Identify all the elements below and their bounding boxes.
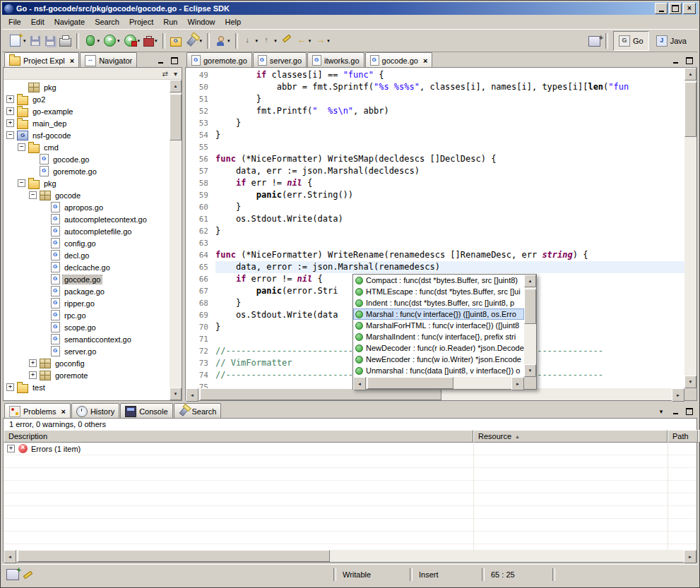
tree-item-autocompletecontext-go[interactable]: autocompletecontext.go <box>4 213 170 225</box>
tree-item-config-go[interactable]: config.go <box>4 237 170 249</box>
tree-item-nsf-gocode[interactable]: −nsf-gocode <box>4 129 170 141</box>
expander-expanded-icon[interactable]: − <box>29 191 37 199</box>
tree-item-rpc-go[interactable]: rpc.go <box>4 309 170 321</box>
tree-item-package-go[interactable]: package.go <box>4 285 170 297</box>
tree-item-goremote[interactable]: +goremote <box>4 369 170 381</box>
autocomplete-item-indent[interactable]: Indent : func(dst *bytes.Buffer, src []u… <box>353 297 524 308</box>
edit-mode-icon[interactable] <box>22 570 33 580</box>
scroll-down-icon[interactable]: ▼ <box>684 376 696 388</box>
view-menu-icon[interactable]: ▾ <box>174 70 177 78</box>
autocomplete-item-newdecoder[interactable]: NewDecoder : func(r io.Reader) *json.Dec… <box>353 342 524 354</box>
perspective-go[interactable]: GGo <box>613 31 649 51</box>
column-divider[interactable] <box>473 443 474 551</box>
editor-horizontal-scrollbar[interactable]: ◄ ► <box>186 388 684 400</box>
expander-expanded-icon[interactable]: − <box>6 131 14 139</box>
menu-project[interactable]: Project <box>124 16 158 28</box>
tab-problems[interactable]: Problems× <box>4 403 71 419</box>
tree-item-ripper-go[interactable]: ripper.go <box>4 297 170 309</box>
scrollbar-track[interactable] <box>684 80 696 376</box>
expander-collapsed-icon[interactable]: + <box>29 359 37 367</box>
maximize-button[interactable] <box>669 3 682 14</box>
problems-row-errors-1-item[interactable]: +Errors (1 item) <box>4 443 696 455</box>
problems-horizontal-scrollbar[interactable]: ◄ ► <box>4 550 696 562</box>
view-minimize-button[interactable] <box>154 55 167 66</box>
scrollbar-thumb[interactable] <box>170 94 182 140</box>
scroll-up-icon[interactable]: ▲ <box>170 80 182 92</box>
scroll-left-icon[interactable]: ◄ <box>186 388 198 402</box>
autocomplete-item-unmarshal[interactable]: Unmarshal : func(data []uint8, v interfa… <box>353 365 524 376</box>
code-line-52[interactable]: fmt.Printf(" %s\n", abbr) <box>215 105 684 117</box>
autocomplete-item-marshalindent[interactable]: MarshalIndent : func(v interface{}, pref… <box>353 331 524 342</box>
view-maximize-button[interactable] <box>168 55 181 66</box>
coverage-button[interactable]: ▾ <box>122 32 142 49</box>
scrollbar-track[interactable] <box>524 287 536 364</box>
expander-expanded-icon[interactable]: − <box>18 143 25 151</box>
tree-item-gocode-go[interactable]: gocode.go <box>4 273 170 285</box>
tab-console[interactable]: Console <box>120 403 172 419</box>
expander-collapsed-icon[interactable]: + <box>6 95 14 103</box>
scroll-up-icon[interactable]: ▲ <box>684 68 696 80</box>
column-header-description[interactable]: Description <box>4 430 473 443</box>
scroll-right-icon[interactable]: ► <box>684 550 696 563</box>
tab-navigator[interactable]: Navigator <box>80 52 137 68</box>
menu-file[interactable]: File <box>4 16 26 28</box>
code-line-61[interactable]: os.Stdout.Write(data) <box>215 213 684 225</box>
tree-item-declcache-go[interactable]: declcache.go <box>4 261 170 273</box>
popup-vertical-scrollbar[interactable]: ▲ ▼ <box>524 275 536 377</box>
autocomplete-item-htmlescape[interactable]: HTMLEscape : func(dst *bytes.Buffer, src… <box>353 286 524 297</box>
close-tab-icon[interactable]: × <box>59 407 65 416</box>
tree-item-gocode[interactable]: −gocode <box>4 189 170 201</box>
close-button[interactable]: × <box>683 3 696 14</box>
code-line-54[interactable]: } <box>215 129 684 141</box>
tree-item-goremote-go[interactable]: goremote.go <box>4 165 170 177</box>
perspective-java[interactable]: JJava <box>651 31 692 51</box>
code-line-56[interactable]: func (*NiceFormatter) WriteSMap(decldesc… <box>215 153 684 165</box>
code-line-50[interactable]: abbr = fmt.Sprintf("%s %s%s", classes[i]… <box>215 81 684 93</box>
back-button[interactable]: ▾ <box>295 32 313 49</box>
print-button[interactable] <box>58 32 73 49</box>
view-menu-icon[interactable]: ▾ <box>655 406 668 416</box>
menu-edit[interactable]: Edit <box>26 16 49 28</box>
menu-run[interactable]: Run <box>158 16 182 28</box>
run-button[interactable]: ▾ <box>102 32 121 49</box>
scrollbar-track[interactable] <box>170 92 182 388</box>
scrollbar-thumb[interactable] <box>367 377 453 389</box>
code-line-55[interactable] <box>215 141 684 153</box>
code-line-57[interactable]: data, err := json.Marshal(decldescs) <box>215 165 684 177</box>
menu-help[interactable]: Help <box>220 16 247 28</box>
tree-item-autocompletefile-go[interactable]: autocompletefile.go <box>4 225 170 237</box>
tree-item-go-example[interactable]: +go-example <box>4 105 170 117</box>
team-button[interactable]: ▾ <box>213 32 232 49</box>
tab-search[interactable]: Search <box>174 403 222 419</box>
autocomplete-item-compact[interactable]: Compact : func(dst *bytes.Buffer, src []… <box>353 275 524 286</box>
tree-item-scope-go[interactable]: scope.go <box>4 321 170 333</box>
close-tab-icon[interactable]: × <box>68 56 74 65</box>
expander-collapsed-icon[interactable]: + <box>7 445 15 452</box>
expander-collapsed-icon[interactable]: + <box>6 383 14 391</box>
tree-item-test[interactable]: +test <box>4 381 170 393</box>
scrollbar-track[interactable] <box>366 377 511 389</box>
code-line-58[interactable]: if err != nil { <box>215 177 684 189</box>
external-tools-button[interactable]: ▾ <box>142 32 159 49</box>
tree-item-semanticcontext-go[interactable]: semanticcontext.go <box>4 333 170 345</box>
code-line-59[interactable]: panic(err.String()) <box>215 189 684 201</box>
editor-tab-itworks-go[interactable]: itworks.go <box>307 52 364 68</box>
view-maximize-button[interactable] <box>683 406 696 416</box>
minimize-button[interactable] <box>655 3 668 14</box>
autocomplete-item-newencoder[interactable]: NewEncoder : func(w io.Writer) *json.Enc… <box>353 354 524 365</box>
popup-horizontal-scrollbar[interactable]: ◄ ► <box>353 377 524 389</box>
autocomplete-item-marshalforhtml[interactable]: MarshalForHTML : func(v interface{}) ([]… <box>353 320 524 331</box>
tab-history[interactable]: History <box>71 403 119 419</box>
scrollbar-thumb[interactable] <box>200 388 441 400</box>
code-line-49[interactable]: if classes[i] == "func" { <box>215 69 684 81</box>
tree-item-main-dep[interactable]: +main_dep <box>4 117 170 129</box>
tab-project-expl[interactable]: Project Expl× <box>4 52 79 68</box>
code-line-65[interactable]: data, error := json.Marshal(renamedescs) <box>215 261 684 273</box>
view-maximize-button[interactable] <box>683 55 696 66</box>
previous-annotation-button[interactable]: ▾ <box>260 32 278 49</box>
tree-item-pkg[interactable]: −pkg <box>4 177 170 189</box>
new-wizard-button[interactable]: ▾ <box>6 32 28 49</box>
forward-button[interactable]: ▾ <box>313 32 331 49</box>
editor-vertical-scrollbar[interactable]: ▲ ▼ <box>684 68 696 388</box>
menu-window[interactable]: Window <box>182 16 220 28</box>
